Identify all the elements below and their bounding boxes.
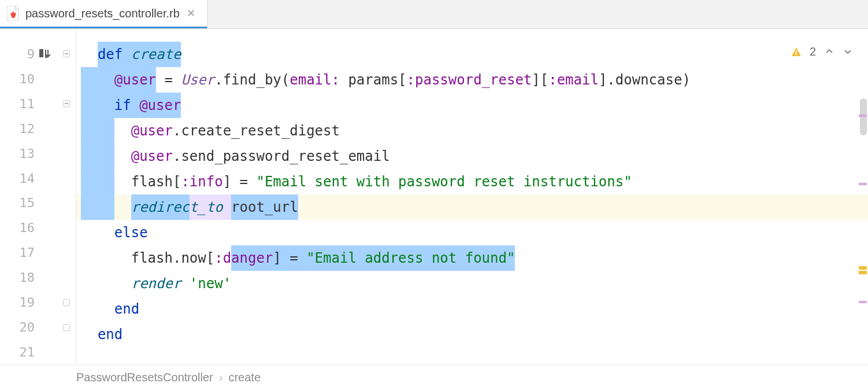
code-token: flash.now[ [131,245,215,271]
code-token: ][ [532,67,548,93]
file-tab-label: password_resets_controller.rb [25,7,180,20]
fold-marker[interactable] [57,215,76,240]
minimap-mark[interactable] [859,271,867,274]
line-number: 17 [12,245,35,260]
warning-count: 2 [810,45,816,58]
svg-rect-1 [796,54,797,55]
code-line[interactable]: render 'new' [76,271,868,296]
fold-marker[interactable] [57,265,76,290]
editor: 2 9101112131415161718192021 def create @… [0,29,868,365]
gutter-row[interactable]: 20 [0,315,57,340]
line-number: 16 [12,220,35,235]
gutter-row[interactable]: 15 [0,191,57,216]
code-token: 'new' [190,271,231,296]
code-line[interactable] [76,347,868,373]
code-token: :d [214,245,231,271]
code-token: "Email sent with password reset instruct… [256,169,632,194]
code-token: ].downcase) [599,67,691,93]
code-token: .send_password_reset_email [173,144,390,169]
code-token: @user [114,67,156,93]
code-line[interactable]: else [76,220,868,245]
minimap[interactable] [856,29,868,365]
gutter: 9101112131415161718192021 [0,29,57,365]
line-number: 10 [12,72,35,86]
code-token: end [98,322,123,347]
line-number: 20 [12,320,35,334]
fold-marker[interactable] [57,191,76,216]
code-token: flash[ [131,169,181,194]
line-number: 9 [12,47,35,61]
code-token: :email [548,67,599,93]
breadcrumb-method[interactable]: create [228,371,261,384]
code-token: @user [131,118,173,144]
fold-marker[interactable] [57,290,76,315]
code-token: = [156,67,181,93]
method-marker-icon[interactable] [38,47,51,60]
fold-marker[interactable] [57,166,76,191]
minimap-mark[interactable] [859,183,867,185]
code-line[interactable]: flash[:info] = "Email sent with password… [76,169,868,194]
code-area[interactable]: def create @user = User.find_by(email: p… [76,29,868,365]
close-icon[interactable]: ✕ [186,7,196,20]
gutter-row[interactable]: 14 [0,166,57,191]
problems-indicator[interactable]: 2 [791,44,853,60]
chevron-up-icon[interactable] [824,44,834,60]
code-line[interactable]: @user.send_password_reset_email [76,144,868,169]
code-token: params[ [348,67,406,93]
minimap-mark[interactable] [859,301,867,303]
code-token: @user [131,144,173,169]
code-token: root_url [231,194,298,220]
gutter-row[interactable]: 13 [0,141,57,166]
code-token: ] = [273,245,306,271]
gutter-row[interactable]: 21 [0,340,57,365]
gutter-row[interactable]: 19 [0,290,57,315]
code-token: email: [290,67,348,93]
fold-marker[interactable] [57,91,76,116]
fold-marker[interactable] [57,116,76,141]
breadcrumb-class[interactable]: PasswordResetsController [76,371,213,384]
file-tab[interactable]: password_resets_controller.rb ✕ [0,0,207,28]
code-line[interactable]: end [76,322,868,347]
fold-marker[interactable] [57,240,76,265]
code-token: def [98,42,131,67]
tab-bar: password_resets_controller.rb ✕ [0,0,868,29]
code-token: :info [181,169,222,194]
fold-marker[interactable] [57,315,76,340]
line-number: 12 [12,122,35,136]
code-token: "Email address not found" [306,245,515,271]
minimap-mark[interactable] [859,266,867,270]
gutter-row[interactable]: 9 [0,42,57,67]
fold-marker[interactable] [57,141,76,166]
code-line[interactable]: @user.create_reset_digest [76,118,868,144]
scrollbar-thumb[interactable] [860,98,867,135]
code-line[interactable]: def create [76,42,868,67]
code-token: ] = [223,169,257,194]
code-line[interactable]: end [76,296,868,322]
code-line[interactable]: redirect_to root_url [76,194,868,220]
gutter-row[interactable]: 18 [0,265,57,290]
code-token: create [131,42,181,67]
fold-marker[interactable] [57,67,76,91]
gutter-row[interactable]: 16 [0,215,57,240]
gutter-row[interactable]: 12 [0,116,57,141]
code-line[interactable]: @user = User.find_by(email: params[:pass… [76,67,868,93]
gutter-row[interactable]: 17 [0,240,57,265]
fold-marker[interactable] [57,340,76,365]
svg-rect-0 [796,50,797,53]
code-token: end [114,296,139,322]
code-line[interactable]: if @user [76,93,868,118]
code-token: User [181,67,214,93]
code-token: else [114,220,148,245]
chevron-right-icon: › [219,371,223,384]
chevron-down-icon[interactable] [843,44,853,60]
code-token [223,194,231,220]
code-token: :password_reset [407,67,532,93]
gutter-row[interactable]: 11 [0,91,57,116]
minimap-mark[interactable] [859,115,867,117]
code-line[interactable]: flash.now[:danger] = "Email address not … [76,245,868,271]
gutter-row[interactable]: 10 [0,67,57,91]
code-token: @user [139,93,181,118]
svg-rect-2 [39,49,43,57]
fold-marker[interactable] [57,42,76,67]
line-number: 13 [12,146,35,161]
